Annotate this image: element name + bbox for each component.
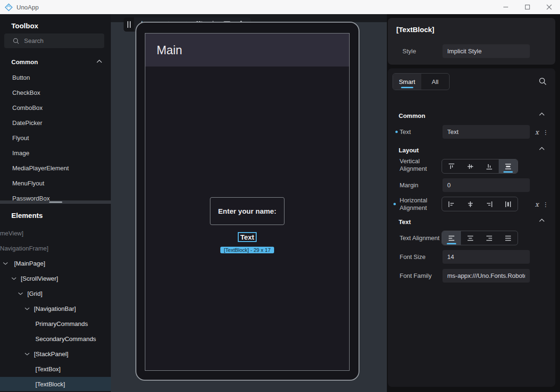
toolbox-item-flyout[interactable]: Flyout [12, 134, 29, 142]
text-property-input[interactable] [443, 128, 530, 135]
horizontal-alignment-actions: x ⋮ [535, 200, 549, 208]
minimize-button[interactable] [495, 0, 517, 14]
halign-center-button[interactable] [461, 197, 480, 211]
selected-element-card: [TextBlock] Style [388, 18, 555, 65]
search-icon [13, 38, 19, 44]
preview-navigation-bar[interactable]: Main [145, 33, 349, 67]
chevron-down-icon[interactable] [11, 277, 17, 280]
toolbox-item-datepicker[interactable]: DatePicker [12, 119, 42, 126]
toolbox-item-combobox[interactable]: ComboBox [12, 104, 42, 111]
chevron-down-icon[interactable] [3, 262, 8, 265]
font-size-input[interactable] [443, 253, 530, 260]
style-field[interactable] [443, 44, 530, 58]
close-button[interactable] [538, 0, 560, 14]
window-titlebar: UnoApp [0, 0, 560, 14]
margin-field[interactable] [443, 178, 530, 192]
toolbox-search[interactable] [4, 33, 104, 48]
text-align-center-button[interactable] [461, 231, 480, 245]
elements-title: Elements [11, 211, 43, 219]
margin-input[interactable] [443, 182, 530, 189]
valign-stretch-button[interactable] [499, 159, 518, 173]
tree-item-mainpage[interactable]: [MainPage] [0, 256, 111, 270]
margin-label: Margin [400, 182, 440, 189]
tab-active-underline [401, 87, 413, 88]
tree-item-primarycommands[interactable]: PrimaryCommands [0, 317, 111, 331]
tree-item-navigationbar[interactable]: [NavigationBar] [0, 301, 111, 316]
sidebar: Toolbox Common Button CheckBox ComboBox … [0, 14, 111, 392]
tree-item-stackpanel[interactable]: [StackPanel] [0, 347, 111, 361]
tree-item-frameview[interactable]: meView] [0, 226, 111, 240]
tree-item-textbox[interactable]: [TextBox] [0, 362, 111, 376]
toolbox-item-image[interactable]: Image [12, 150, 29, 157]
chevron-down-icon[interactable] [25, 307, 30, 310]
properties-card: Smart All Common Text x ⋮ Layout Vertica… [388, 68, 555, 387]
splitter-grip-icon [49, 201, 62, 203]
style-label: Style [402, 48, 416, 55]
tree-item-secondarycommands[interactable]: SecondaryCommands [0, 332, 111, 346]
tree-item-grid[interactable]: [Grid] [0, 286, 111, 300]
preview-page-title: Main [157, 43, 182, 57]
chevron-down-icon[interactable] [18, 292, 23, 295]
tree-item-textblock[interactable]: [TextBlock] [0, 377, 111, 391]
search-input[interactable] [24, 37, 95, 44]
chevron-up-icon[interactable] [96, 59, 102, 63]
selected-textblock[interactable]: Text [145, 232, 349, 242]
text-property-label: Text [400, 128, 440, 136]
properties-panel: [TextBlock] Style Smart All Common Text [387, 14, 560, 392]
ellipsis-vertical-icon[interactable]: ⋮ [543, 201, 549, 208]
section-layout[interactable]: Layout [399, 147, 419, 154]
horizontal-alignment-label: Horizontal Alignment [400, 197, 440, 212]
font-family-input[interactable] [443, 272, 530, 279]
binding-icon[interactable]: x [535, 200, 539, 208]
valign-bottom-button[interactable] [480, 159, 499, 173]
app-preview-screen: Main Enter your name: Text [TextBlock] -… [145, 33, 350, 371]
selection-outline: Text [238, 232, 257, 242]
vertical-alignment-label: Vertical Alignment [400, 158, 440, 173]
toolbox-item-button[interactable]: Button [12, 74, 30, 81]
font-size-label: Font Size [400, 253, 440, 261]
font-family-label: Font Family [400, 272, 440, 280]
selected-underline [447, 243, 456, 244]
maximize-button[interactable] [517, 0, 538, 14]
preview-textbox[interactable]: Enter your name: [210, 197, 284, 225]
section-common[interactable]: Common [399, 112, 425, 119]
font-family-field[interactable] [443, 269, 530, 283]
section-text[interactable]: Text [399, 218, 411, 225]
halign-left-button[interactable] [442, 197, 461, 211]
selected-underline [503, 171, 513, 173]
modified-indicator-dot [393, 203, 396, 205]
toolbox-item-mediaplayerelement[interactable]: MediaPlayerElement [12, 165, 69, 172]
tree-item-scrollviewer[interactable]: [ScrollViewer] [0, 271, 111, 285]
text-align-left-button[interactable] [442, 231, 461, 245]
font-size-field[interactable] [443, 250, 530, 264]
toolbar-drag-handle[interactable] [124, 17, 134, 32]
halign-right-button[interactable] [480, 197, 499, 211]
toolbox-item-checkbox[interactable]: CheckBox [12, 89, 40, 96]
tab-all[interactable]: All [421, 74, 450, 90]
device-frame: Main Enter your name: Text [TextBlock] -… [135, 22, 359, 381]
tree-item-navigationframe[interactable]: NavigationFrame] [0, 241, 111, 255]
halign-stretch-button[interactable] [499, 197, 518, 211]
text-align-right-button[interactable] [480, 231, 499, 245]
style-input[interactable] [443, 48, 530, 55]
toolbox-item-menuflyout[interactable]: MenuFlyout [12, 180, 44, 187]
app-title: UnoApp [17, 4, 39, 11]
ellipsis-vertical-icon[interactable]: ⋮ [543, 129, 549, 136]
property-tabs: Smart All [393, 73, 450, 90]
drag-handle-icon [127, 21, 131, 28]
text-property-field[interactable] [443, 125, 530, 139]
text-align-justify-button[interactable] [499, 231, 518, 245]
pane-splitter[interactable] [0, 200, 111, 204]
property-search-button[interactable] [539, 77, 547, 85]
chevron-up-icon[interactable] [539, 218, 545, 222]
tab-smart[interactable]: Smart [393, 74, 421, 90]
valign-center-button[interactable] [461, 159, 480, 173]
valign-top-button[interactable] [442, 159, 461, 173]
text-property-actions: x ⋮ [535, 128, 549, 136]
binding-icon[interactable]: x [535, 128, 539, 136]
toolbox-section-common[interactable]: Common [11, 58, 38, 66]
toolbox-title: Toolbox [11, 22, 38, 30]
chevron-up-icon[interactable] [539, 147, 545, 150]
chevron-up-icon[interactable] [539, 112, 545, 116]
chevron-down-icon[interactable] [25, 352, 30, 356]
